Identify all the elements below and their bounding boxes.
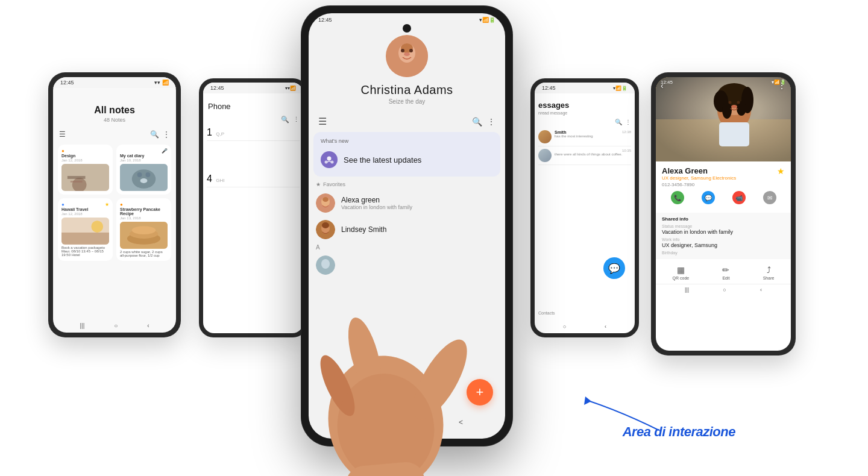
- mid-left-screen: 12:45 ▾▾📶 Phone 🔍 ⋮ 1 Q,P 4 GHI: [203, 83, 303, 333]
- msg-item-1[interactable]: Smith 12:38 has the most interesting: [538, 128, 631, 146]
- contact-row-partial[interactable]: [309, 252, 505, 278]
- mid-right-bottom-nav: ○ ‹: [535, 324, 635, 330]
- edit-btn[interactable]: ✏ Edit: [722, 265, 729, 280]
- center-nav-home[interactable]: ○: [404, 417, 410, 428]
- left-nav-back[interactable]: ‹: [147, 322, 149, 329]
- contact-info-lindsey: Lindsey Smith: [341, 225, 386, 234]
- note-date-cat: Jan 10, 2018: [120, 158, 168, 162]
- add-contact-fab[interactable]: +: [467, 379, 493, 406]
- note-card-hawaii[interactable]: ● ★ Hawaii Travel Jan 12, 2018 Book a va…: [58, 198, 113, 261]
- profile-status-text: Seize the day: [389, 98, 426, 105]
- shared-info-title: Shared info: [662, 216, 785, 222]
- share-icon: ⤴: [767, 265, 771, 275]
- contacts-label: Contacts: [538, 311, 555, 315]
- contact-info-alexa: Alexa green Vacation in london with fami…: [341, 196, 412, 210]
- contact-row-alexa[interactable]: Alexa green Vacation in london with fami…: [309, 190, 505, 216]
- phone-more-icon[interactable]: ⋮: [293, 116, 300, 124]
- contact-more-icon[interactable]: ⋮: [778, 81, 786, 90]
- note-title-pancake: Strawberry Pancake Recipe: [120, 207, 168, 216]
- note-star-hawaii: ★: [105, 202, 109, 207]
- notes-toolbar: ☰ 🔍 ⋮: [53, 127, 176, 142]
- note-text-hawaii: Book a vacation packageto Maui. 08/10 13…: [61, 246, 109, 257]
- note-card-cat[interactable]: ● 🎤 My cat diary Jan 10, 2018: [116, 145, 171, 195]
- whats-new-item[interactable]: See the latest updates: [321, 149, 493, 171]
- notes-search-icon[interactable]: 🔍: [150, 130, 159, 139]
- qr-code-btn[interactable]: ▦ QR code: [673, 265, 690, 280]
- contact-name-lindsey: Lindsey Smith: [341, 225, 386, 234]
- msg-time-2: 10:35: [622, 149, 631, 152]
- right-screen: ‹ ⋮ 12:45 ▾📶🔋 Alexa Gree: [656, 77, 791, 351]
- contact-detail-screen: ‹ ⋮ 12:45 ▾📶🔋 Alexa Gree: [656, 77, 791, 351]
- phone-search-icon[interactable]: 🔍: [281, 116, 289, 124]
- msg-more-icon[interactable]: ⋮: [625, 119, 631, 125]
- contact-detail-info: Alexa Green UX designer, Samsung Electro…: [656, 161, 791, 213]
- mr-nav-home[interactable]: ‹: [605, 324, 606, 330]
- contact-bottom-actions: ▦ QR code ✏ Edit ⤴ Share: [656, 261, 791, 284]
- center-nav-back[interactable]: <: [459, 418, 463, 427]
- work-info-label: Work info: [662, 237, 785, 242]
- left-status-bar: 12:45 ▾▾ 📶: [53, 77, 176, 88]
- note-title-hawaii: Hawaii Travel: [61, 207, 109, 211]
- notes-screen: All notes 48 Notes ☰ 🔍 ⋮ ●: [53, 88, 176, 333]
- notes-menu-icon[interactable]: ☰: [59, 130, 66, 139]
- contact-detail-name: Alexa Green: [662, 166, 736, 175]
- center-search-icon[interactable]: 🔍: [472, 117, 482, 127]
- svg-point-27: [322, 197, 329, 202]
- svg-point-24: [331, 161, 334, 164]
- share-btn[interactable]: ⤴ Share: [763, 265, 775, 280]
- left-nav-home[interactable]: ○: [114, 322, 118, 329]
- contact-star-icon[interactable]: ★: [777, 166, 785, 176]
- svg-point-8: [140, 178, 148, 183]
- note-date-design: Jan 12, 2018: [61, 158, 109, 162]
- messages-toolbar: 🔍 ⋮: [538, 119, 631, 125]
- contact-photo: ‹ ⋮ 12:45 ▾📶🔋: [656, 77, 791, 161]
- call-icon: 📞: [671, 191, 684, 204]
- msg-text-1: has the most interesting: [555, 134, 631, 138]
- note-card-pancake[interactable]: ● Strawberry Pancake Recipe Jan 13, 2018…: [116, 198, 171, 261]
- action-video[interactable]: 📹: [732, 191, 746, 204]
- right-nav-recent[interactable]: |||: [685, 287, 689, 293]
- shared-info-section: Shared info Status message Vacation in l…: [656, 213, 791, 259]
- notes-more-icon[interactable]: ⋮: [163, 130, 170, 139]
- left-nav-recent[interactable]: |||: [80, 322, 84, 329]
- messages-title: essages: [538, 97, 631, 111]
- msg-item-2[interactable]: 10:35 there were all kinds of things abo…: [538, 146, 631, 165]
- action-email[interactable]: ✉: [763, 191, 776, 204]
- msg-search-icon[interactable]: 🔍: [615, 119, 622, 125]
- center-more-icon[interactable]: ⋮: [487, 117, 495, 127]
- note-dot-design: ●: [61, 148, 64, 154]
- message-icon: 💬: [702, 191, 715, 204]
- msg-name-1: Smith: [555, 130, 566, 134]
- right-nav-back[interactable]: ‹: [760, 287, 762, 293]
- messages-screen: essages nread message 🔍 ⋮ Smith 12:38: [535, 93, 635, 333]
- action-call[interactable]: 📞: [671, 191, 684, 204]
- svg-point-20: [409, 49, 413, 52]
- center-status-bar: 12:45 ▾📶🔋: [309, 13, 505, 23]
- note-mic-cat: 🎤: [162, 148, 168, 154]
- mr-nav-recent[interactable]: ○: [563, 324, 566, 330]
- note-card-design[interactable]: ● Design Jan 12, 2018: [58, 145, 113, 195]
- avatar-lindsey: [316, 220, 335, 239]
- center-menu-icon[interactable]: ☰: [318, 116, 327, 127]
- chat-fab[interactable]: 💬: [603, 257, 625, 279]
- svg-point-15: [132, 226, 156, 234]
- right-nav-home[interactable]: ○: [723, 287, 726, 293]
- svg-rect-2: [68, 176, 86, 179]
- svg-point-43: [737, 101, 740, 104]
- mid-left-status: 12:45 ▾▾📶: [203, 83, 303, 93]
- center-nav-recent[interactable]: |||: [351, 418, 356, 427]
- notes-grid: ● Design Jan 12, 2018 ● 🎤: [53, 142, 176, 263]
- favorites-star-icon: ★: [316, 181, 321, 187]
- svg-point-22: [327, 157, 332, 161]
- contact-row-lindsey[interactable]: Lindsey Smith: [309, 216, 505, 243]
- note-title-cat: My cat diary: [120, 154, 168, 158]
- avatar-partial: [316, 255, 335, 275]
- svg-marker-52: [584, 396, 591, 405]
- edit-icon: ✏: [722, 265, 729, 275]
- qr-code-icon: ▦: [677, 265, 685, 275]
- action-message[interactable]: 💬: [702, 191, 715, 204]
- left-phone: 12:45 ▾▾ 📶 All notes 48 Notes ☰ 🔍 ⋮: [48, 72, 181, 337]
- contact-back-icon[interactable]: ‹: [661, 81, 664, 90]
- whats-new-panel: What's new See the latest updates: [313, 132, 500, 177]
- note-image-cat: [120, 164, 168, 191]
